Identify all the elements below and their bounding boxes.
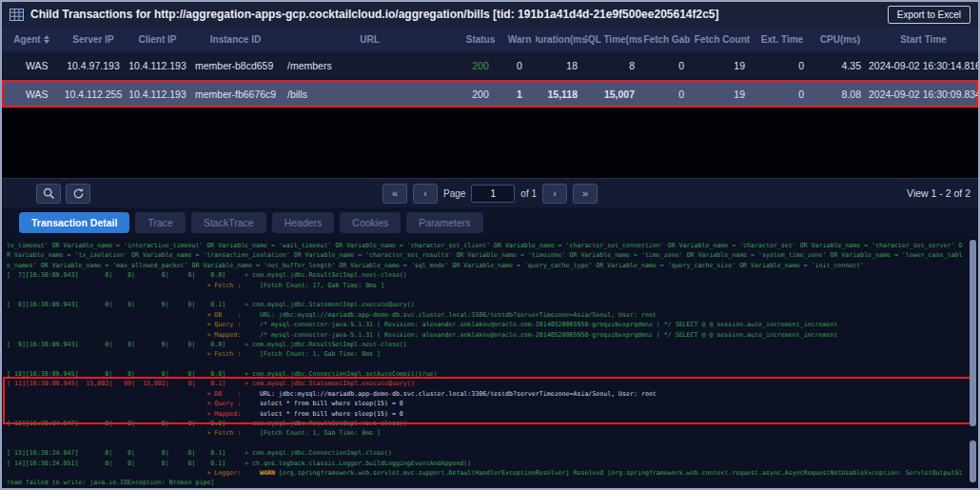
cell-instance-id: member-b8cd659	[189, 60, 282, 71]
cell-url: /members	[282, 60, 458, 71]
console-line: > Logger: WARN [org.springframework.web.…	[7, 468, 978, 478]
child-transactions-window: Child Transactions for http://aggregatio…	[0, 0, 980, 490]
cell-warn: 1	[503, 88, 536, 100]
table-body: WAS10.4.97.19310.4.112.193member-b8cd659…	[2, 51, 978, 108]
page-title: Child Transactions for http://aggregatio…	[30, 8, 719, 21]
column-header-instance-id: Instance ID	[189, 34, 282, 45]
table-toolbar	[36, 184, 90, 204]
console-line: [ 10][16:30:09.945] 0| 0| 0| 0| 0.0] + c…	[7, 369, 978, 379]
column-header-label: Fetch Count	[695, 34, 750, 45]
cell-ext-time: 0	[753, 60, 812, 71]
console-line: > Fetch : [Fetch Count: 1, Gab Time: 0ms…	[7, 428, 978, 438]
tab-transaction-detail[interactable]: Transaction Detail	[19, 212, 129, 233]
console-scrollbar-thumb[interactable]	[970, 441, 976, 482]
cell-client-ip: 10.4.112.193	[126, 60, 189, 71]
tab-trace[interactable]: Trace	[135, 212, 185, 233]
console-line: te_timeout' OR Variable_name = 'interact…	[7, 241, 978, 250]
console-line: R Variable_name = 'tx_isolation' OR Vari…	[7, 250, 978, 260]
cell-client-ip: 10.4.112.193	[126, 88, 189, 100]
console-line: [ 7][16:30:09.943] 0| 0| 0| 0| 0.0] + co…	[7, 270, 978, 280]
refresh-button[interactable]	[66, 184, 90, 204]
export-to-excel-button[interactable]: Export to Excel	[888, 6, 970, 24]
cell-cpu: 8.08	[812, 88, 869, 100]
column-header-client-ip: Client IP	[126, 34, 189, 45]
column-header-label: Ext. Time	[761, 34, 803, 45]
column-header-cpu-ms-: CPU(ms)	[812, 34, 869, 45]
last-page-button[interactable]: »	[573, 184, 598, 204]
column-header-sql-time-ms-: SQL Time(ms)	[585, 34, 642, 45]
column-header-server-ip: Server IP	[61, 34, 126, 45]
cell-duration: 18	[536, 60, 585, 71]
table-row[interactable]: WAS10.4.97.19310.4.112.193member-b8cd659…	[2, 51, 978, 80]
first-page-button[interactable]: «	[382, 184, 407, 204]
cell-status: 200	[458, 60, 503, 71]
column-header-url: URL	[282, 34, 458, 45]
view-range-text: View 1 - 2 of 2	[907, 187, 970, 199]
cell-sql-time: 15,007	[585, 88, 642, 100]
cell-instance-id: member-fb6676c9	[189, 88, 282, 100]
page-label: Page	[443, 188, 465, 199]
column-header-fetch-count: Fetch Count	[692, 34, 753, 45]
cell-agent: WAS	[2, 60, 61, 71]
page-number-input[interactable]	[471, 185, 515, 203]
cell-fetch-gab: 0	[642, 88, 692, 100]
pagination-bar: « ‹ Page of 1 › » View 1 - 2 of 2	[2, 178, 978, 207]
table-grid-icon	[10, 9, 24, 21]
cell-server-ip: 10.4.97.193	[61, 60, 126, 71]
pager: « ‹ Page of 1 › »	[382, 184, 598, 204]
column-header-label: URL	[360, 34, 380, 45]
cell-fetch-count: 19	[692, 60, 753, 71]
column-header-ext-time: Ext. Time	[753, 34, 812, 45]
column-header-label: Server IP	[72, 34, 113, 45]
console-line: [ 13][16:30:24.947] 0| 0| 0| 0| 0.1] + c…	[7, 448, 978, 458]
cell-url: /bills	[282, 88, 458, 100]
tab-parameters[interactable]: Parameters	[406, 212, 482, 233]
search-icon	[43, 187, 55, 200]
column-header-agent[interactable]: Agent	[2, 34, 61, 45]
cell-fetch-count: 19	[692, 88, 753, 100]
search-button[interactable]	[36, 184, 61, 204]
console-line	[7, 439, 978, 448]
cell-sql-time: 8	[585, 60, 642, 71]
page-of-label: of 1	[520, 188, 537, 199]
cell-server-ip: 10.4.112.255	[61, 88, 126, 100]
console-line: > Mapped: select * from bill where sleep…	[7, 409, 978, 419]
cell-cpu: 4.35	[812, 60, 869, 71]
cell-ext-time: 0	[753, 88, 812, 100]
console-line: e_names' OR Variable_name = 'max_allowed…	[7, 261, 978, 270]
console-line: [ 11][16:30:09.945] 15,002| 99| 15,002| …	[7, 379, 978, 388]
tab-headers[interactable]: Headers	[272, 212, 335, 233]
console-line: ream failed to write: java.io.IOExceptio…	[7, 478, 978, 487]
column-header-fetch-gab: Fetch Gab	[642, 34, 692, 45]
table-empty-area	[2, 108, 978, 178]
column-header-label: Instance ID	[210, 34, 261, 45]
table-header-row: AgentServer IPClient IPInstance IDURLSta…	[2, 27, 978, 51]
prev-page-button[interactable]: ‹	[413, 184, 438, 204]
console-line: [ 12][16:30:24.947] 0| 0| 0| 0| 0.0] + c…	[7, 419, 978, 428]
next-page-button[interactable]: ›	[542, 184, 567, 204]
transaction-detail-console[interactable]: te_timeout' OR Variable_name = 'interact…	[2, 238, 978, 488]
cell-warn: 0	[503, 60, 536, 71]
refresh-icon	[72, 187, 85, 200]
console-line: > Query : /* mysql-connector-java-5.1.31…	[7, 320, 978, 329]
title-bar: Child Transactions for http://aggregatio…	[2, 2, 978, 27]
column-header-label: CPU(ms)	[820, 34, 860, 45]
console-line: > DB : URL: jdbc:mysql://mariadb.app-dem…	[7, 389, 978, 399]
sort-icon	[44, 35, 49, 44]
column-header-label: Warn	[508, 34, 532, 45]
cell-start-time: 2024-09-02 16:30:09.834	[869, 88, 978, 100]
column-header-duration-ms-: Duration(ms)	[536, 34, 585, 45]
console-line: > Query : select * from bill where sleep…	[7, 399, 978, 408]
tab-stacktrace[interactable]: StackTrace	[191, 212, 266, 233]
detail-tabs: Transaction DetailTraceStackTraceHeaders…	[2, 207, 978, 238]
column-header-label: SQL Time(ms)	[585, 34, 642, 45]
cell-duration: 15,118	[536, 88, 585, 100]
table-row[interactable]: WAS10.4.112.25510.4.112.193member-fb6676…	[2, 80, 978, 108]
tab-cookies[interactable]: Cookies	[340, 212, 401, 233]
column-header-label: Client IP	[138, 34, 176, 45]
console-scrollbar-thumb[interactable]	[970, 240, 976, 426]
console-line: [ 14][16:30:24.951] 0| 0| 0| 0| 0.1] + c…	[7, 459, 978, 468]
console-line: > DB : URL: jdbc:mysql://mariadb.app-dem…	[7, 310, 978, 320]
cell-fetch-gab: 0	[642, 60, 692, 71]
column-header-label: Agent	[13, 34, 40, 45]
